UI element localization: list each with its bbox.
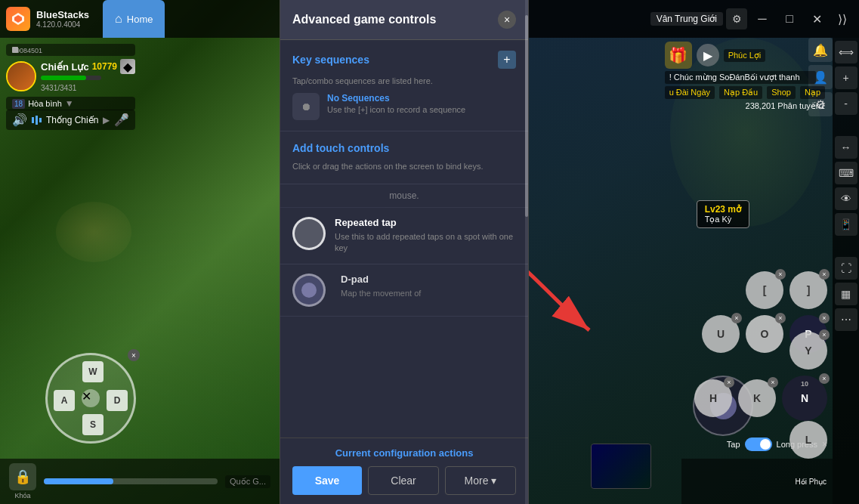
khoa-btn[interactable]: 🔒 Khóa: [9, 463, 36, 499]
ctrl-row-y: Y ×: [694, 332, 827, 369]
k-close[interactable]: ×: [768, 377, 778, 388]
ctrl-row-hkn: H × K × 10 N ×: [694, 376, 827, 421]
dpad-key-a[interactable]: A: [54, 390, 75, 411]
expand-btn[interactable]: ⟩⟩: [832, 8, 853, 29]
shop[interactable]: Shop: [767, 86, 796, 99]
dpad-title: D-pad: [341, 274, 421, 285]
hoi-phuc-label: Hồi Phục: [796, 478, 827, 486]
player-info: 19084501 Chiến Lực 10779 ◆ 3431/3431 18: [6, 44, 135, 110]
save-button[interactable]: Save: [292, 466, 362, 495]
player-name: Chiến Lực: [41, 61, 89, 73]
chat-bar[interactable]: 🔊 Thống Chiến ▶ 🎤: [6, 110, 135, 130]
maximize-btn[interactable]: □: [777, 7, 802, 31]
u-close[interactable]: ×: [731, 313, 742, 323]
khoa-label: Khóa: [14, 492, 30, 499]
bracket-left-close[interactable]: ×: [775, 269, 786, 280]
dialog-footer: Current configuration actions Save Clear…: [280, 438, 528, 504]
add-sequence-btn[interactable]: +: [498, 51, 516, 69]
toggle-switch[interactable]: [745, 438, 772, 451]
sidebar-keyboard-btn[interactable]: ⌨: [835, 162, 857, 184]
hp-text: 3431/3431: [41, 84, 76, 92]
dpad-close[interactable]: ×: [128, 349, 140, 361]
dpad-center: ✕: [82, 389, 100, 407]
sidebar-right: ⟺ + - ↔ ⌨ 👁 📱 ⛶ ▦ ⋯: [833, 38, 859, 504]
top-bar-right: Vân Trung Giới ⚙ ─ □ ✕ ⟩⟩: [529, 0, 859, 38]
no-seq-text-area: No Sequences Use the [+] icon to record …: [327, 93, 465, 114]
bottom-bar-left: 🔒 Khóa Quốc G...: [0, 459, 280, 504]
menu-row: u Đài Ngày Nạp Đầu Shop Nạp: [665, 86, 825, 99]
more-button[interactable]: More ▾: [445, 466, 516, 495]
sidebar-eye-btn[interactable]: 👁: [835, 187, 857, 210]
bracket-right-close[interactable]: ×: [819, 269, 830, 280]
scroll-item-mouse: mouse.: [280, 184, 528, 208]
bottom-controls: Y × H × K × 10 N ×: [694, 332, 827, 421]
p-close[interactable]: ×: [819, 313, 830, 323]
close-btn[interactable]: ✕: [805, 7, 829, 31]
clear-button[interactable]: Clear: [368, 466, 439, 495]
ctrl-n[interactable]: 10 N ×: [782, 376, 827, 421]
nap-dau[interactable]: Nạp Đầu: [719, 86, 762, 99]
scrollbar[interactable]: [525, 40, 528, 438]
sidebar-minus-btn[interactable]: -: [835, 92, 857, 115]
sidebar-phone-btn[interactable]: 📱: [835, 213, 857, 236]
h-close[interactable]: ×: [724, 377, 734, 388]
player-id-badge: 19084501: [12, 47, 18, 53]
dpad-item: D-pad Map the movement of: [280, 264, 528, 317]
quoc-label: Quốc G...: [225, 475, 270, 488]
n-close[interactable]: ×: [819, 373, 830, 384]
home-tab[interactable]: ⌂ Home: [103, 0, 165, 38]
audio-bars: [32, 116, 42, 125]
o-close[interactable]: ×: [775, 313, 786, 323]
key-seq-desc: Tap/combo sequences are listed here.: [292, 76, 433, 85]
mic-icon: 🎤: [114, 113, 129, 127]
l-btn[interactable]: L: [789, 421, 827, 459]
sidebar-fullscreen-btn[interactable]: ⛶: [835, 257, 857, 280]
ctrl-bracket-left[interactable]: [ ×: [746, 271, 783, 309]
n-badge: 10: [801, 380, 808, 388]
settings-game-btn[interactable]: ⚙: [726, 8, 747, 29]
home-icon: ⌂: [115, 12, 122, 26]
repeated-tap-text: Repeated tap Use this to add repeated ta…: [335, 217, 516, 255]
top-bar-left: BlueStacks 4.120.0.4004 ⌂ Home: [0, 0, 280, 38]
progress-bar: [44, 478, 218, 484]
ctrl-h[interactable]: H ×: [694, 379, 732, 417]
arrow-forward-btn[interactable]: ▶: [697, 44, 719, 66]
dpad-key-d[interactable]: D: [107, 390, 128, 411]
dpad-desc: Map the movement of: [341, 288, 421, 299]
dpad[interactable]: W A S D ✕ ×: [45, 353, 136, 444]
dpad-key-s[interactable]: S: [82, 414, 104, 435]
hp-bar-container: 3431/3431: [41, 76, 135, 94]
more-chevron: ▾: [491, 475, 496, 487]
scrollbar-thumb[interactable]: [525, 40, 528, 217]
app-info: BlueStacks 4.120.0.4004: [36, 9, 89, 29]
volume-icon: 🔊: [12, 113, 27, 127]
u-dai-ngay[interactable]: u Đài Ngày: [665, 86, 715, 99]
sidebar-volume-btn[interactable]: +: [835, 66, 857, 89]
repeated-tap-desc: Use this to add repeated taps on a spot …: [335, 231, 516, 255]
minimize-btn[interactable]: ─: [750, 7, 774, 31]
minimap: [591, 444, 651, 489]
key-sequences-section: Key sequences + Tap/combo sequences are …: [280, 40, 528, 131]
mouse-text: mouse.: [292, 190, 516, 201]
dialog-close-btn[interactable]: ×: [498, 11, 516, 29]
dialog-content: Key sequences + Tap/combo sequences are …: [280, 40, 528, 438]
ctrl-k[interactable]: K ×: [738, 379, 776, 417]
tap-label: Tap: [727, 440, 740, 449]
lock-icon: 🔒: [9, 463, 36, 490]
sidebar-arrows-btn[interactable]: ⟺: [835, 41, 857, 63]
sidebar-more-btn[interactable]: ⋯: [835, 308, 857, 331]
home-tab-label: Home: [127, 14, 153, 25]
player-stats: Chiến Lực 10779 ◆ 3431/3431: [41, 59, 135, 94]
sidebar-expand-btn[interactable]: ↔: [835, 136, 857, 159]
status-bar: 18 Hòa bình ▼: [6, 97, 135, 110]
char-level: Lv23 mở: [705, 204, 741, 215]
dpad-key-w[interactable]: W: [82, 361, 104, 382]
ctrl-y[interactable]: Y ×: [789, 332, 827, 369]
no-seq-desc: Use the [+] icon to record a sequence: [327, 105, 465, 114]
gift-icon[interactable]: 🎁: [665, 42, 692, 69]
y-close[interactable]: ×: [819, 329, 830, 340]
nap[interactable]: Nạp: [800, 86, 825, 99]
sidebar-grid-btn[interactable]: ▦: [835, 283, 857, 305]
world-name: Vân Trung Giới: [650, 12, 723, 26]
ctrl-bracket-right[interactable]: ] ×: [789, 271, 827, 309]
